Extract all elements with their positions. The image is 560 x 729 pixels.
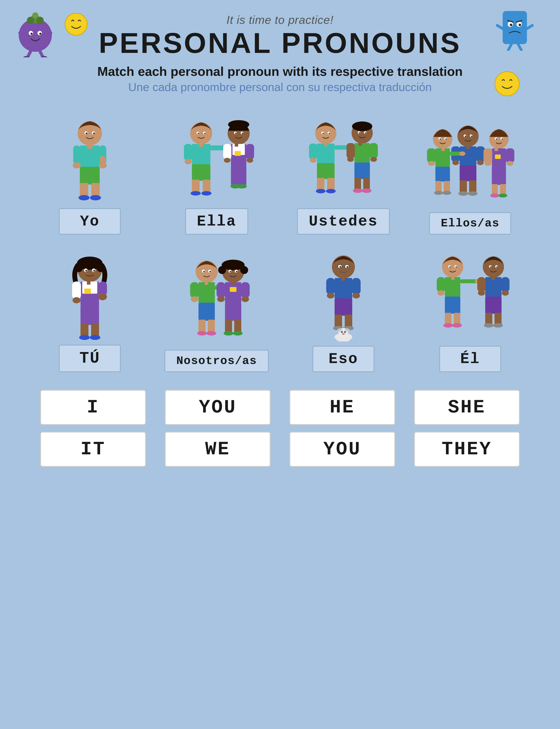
svg-point-196 [206, 331, 216, 336]
svg-point-211 [242, 296, 249, 302]
svg-rect-122 [460, 165, 476, 181]
svg-rect-138 [435, 167, 450, 182]
svg-point-146 [496, 139, 497, 140]
svg-point-277 [493, 323, 503, 328]
label-nosotros: Nosotros/as [165, 350, 268, 372]
svg-point-59 [191, 191, 201, 196]
svg-rect-102 [346, 143, 355, 159]
svg-rect-134 [427, 148, 436, 163]
character-eso [288, 249, 399, 342]
translation-row-2: IT WE YOU THEY [31, 431, 529, 467]
svg-rect-104 [369, 143, 378, 159]
svg-rect-193 [199, 320, 206, 333]
svg-point-49 [204, 133, 206, 134]
svg-point-131 [445, 139, 447, 140]
svg-rect-51 [199, 143, 203, 147]
label-yo: Yo [59, 208, 121, 235]
svg-rect-123 [460, 180, 467, 193]
svg-point-88 [310, 158, 317, 163]
svg-point-179 [79, 335, 90, 340]
svg-point-175 [98, 293, 107, 300]
svg-point-82 [329, 133, 330, 134]
svg-rect-235 [345, 315, 352, 328]
svg-point-195 [197, 331, 207, 336]
translation-THEY[interactable]: THEY [414, 431, 520, 467]
svg-rect-194 [208, 320, 215, 333]
svg-rect-229 [326, 278, 335, 295]
pronoun-item-ella: Ella [156, 111, 277, 235]
svg-point-265 [490, 266, 491, 268]
svg-point-221 [346, 266, 348, 268]
svg-rect-69 [235, 143, 238, 147]
label-ella: Ella [185, 208, 248, 235]
svg-point-110 [362, 189, 371, 193]
svg-point-151 [485, 161, 491, 166]
translation-I[interactable]: I [40, 390, 146, 425]
svg-point-81 [322, 133, 324, 134]
svg-rect-233 [335, 299, 352, 316]
translation-YOU2[interactable]: YOU [289, 431, 395, 467]
svg-rect-101 [358, 142, 362, 146]
svg-rect-231 [352, 278, 361, 295]
svg-point-203 [230, 271, 231, 273]
svg-rect-259 [454, 313, 460, 325]
svg-rect-90 [317, 178, 324, 191]
svg-rect-275 [494, 313, 502, 325]
svg-rect-212 [225, 303, 241, 321]
svg-rect-210 [241, 282, 250, 298]
svg-point-272 [502, 290, 509, 296]
pronouns-section: Yo [18, 111, 542, 372]
svg-point-215 [224, 331, 233, 336]
svg-point-126 [468, 191, 478, 196]
svg-point-266 [496, 266, 498, 268]
svg-rect-188 [190, 282, 199, 298]
svg-rect-228 [341, 277, 345, 281]
translation-HE[interactable]: HE [289, 390, 395, 425]
svg-rect-253 [437, 277, 445, 292]
translation-IT[interactable]: IT [40, 431, 146, 467]
svg-rect-139 [435, 181, 442, 193]
svg-point-189 [191, 296, 198, 302]
svg-point-37 [73, 162, 81, 168]
svg-rect-171 [84, 289, 91, 294]
svg-point-199 [218, 266, 226, 274]
label-eso: Eso [313, 346, 374, 372]
svg-rect-87 [309, 144, 317, 159]
svg-point-270 [478, 290, 485, 296]
svg-point-153 [507, 161, 513, 166]
svg-rect-100 [354, 143, 370, 163]
svg-rect-40 [80, 167, 100, 185]
svg-rect-170 [87, 281, 90, 285]
svg-rect-56 [192, 164, 210, 181]
svg-point-135 [428, 161, 435, 166]
svg-point-249 [449, 266, 451, 268]
translation-YOU[interactable]: YOU [165, 390, 271, 425]
svg-point-62 [228, 120, 249, 129]
svg-rect-132 [435, 148, 450, 167]
svg-point-166 [85, 270, 87, 272]
svg-point-173 [73, 297, 81, 303]
svg-point-254 [437, 290, 444, 296]
svg-rect-156 [492, 184, 498, 195]
character-tu [35, 248, 145, 341]
label-el: Él [439, 346, 501, 372]
svg-point-260 [443, 323, 453, 328]
svg-point-147 [502, 139, 503, 140]
svg-point-44 [90, 195, 101, 200]
svg-rect-71 [223, 144, 231, 159]
svg-rect-34 [87, 144, 92, 149]
svg-point-200 [240, 266, 248, 274]
translations-section: I YOU HE SHE IT WE YOU THEY [18, 390, 542, 467]
translation-SHE[interactable]: SHE [414, 390, 520, 425]
svg-rect-50 [192, 144, 210, 165]
svg-point-141 [434, 191, 443, 195]
translation-WE[interactable]: WE [165, 431, 271, 467]
svg-rect-234 [335, 315, 342, 328]
character-yo [35, 111, 145, 204]
svg-rect-271 [501, 277, 509, 292]
svg-rect-35 [73, 146, 80, 164]
svg-point-242 [342, 333, 345, 335]
svg-point-39 [100, 156, 106, 164]
svg-rect-186 [199, 282, 215, 303]
svg-point-72 [224, 158, 230, 163]
